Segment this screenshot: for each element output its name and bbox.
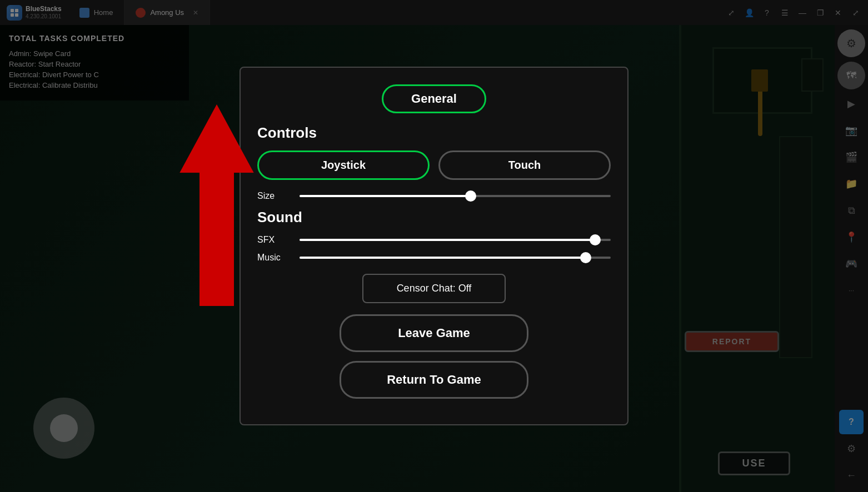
music-slider[interactable] bbox=[300, 257, 611, 259]
sfx-slider-thumb[interactable] bbox=[590, 234, 601, 245]
general-tab-btn[interactable]: General bbox=[382, 84, 486, 113]
sfx-slider-row: SFX bbox=[257, 235, 611, 245]
settings-modal: General Controls Joystick Touch Size Sou… bbox=[240, 67, 628, 425]
controls-heading: Controls bbox=[257, 124, 611, 142]
return-to-game-btn[interactable]: Return To Game bbox=[340, 361, 528, 399]
leave-game-btn[interactable]: Leave Game bbox=[340, 314, 528, 352]
music-label: Music bbox=[257, 253, 291, 263]
sfx-slider[interactable] bbox=[300, 239, 611, 241]
size-label: Size bbox=[257, 191, 291, 201]
control-buttons: Joystick Touch bbox=[257, 150, 611, 180]
size-slider-row: Size bbox=[257, 191, 611, 201]
size-slider[interactable] bbox=[300, 195, 611, 197]
music-slider-row: Music bbox=[257, 253, 611, 263]
sound-heading: Sound bbox=[257, 209, 611, 226]
music-slider-thumb[interactable] bbox=[580, 252, 591, 263]
size-slider-thumb[interactable] bbox=[465, 190, 476, 202]
sfx-label: SFX bbox=[257, 235, 291, 245]
joystick-btn[interactable]: Joystick bbox=[257, 150, 430, 180]
sfx-slider-fill bbox=[300, 239, 595, 241]
modal-overlay: General Controls Joystick Touch Size Sou… bbox=[0, 0, 868, 492]
size-slider-fill bbox=[300, 195, 471, 197]
music-slider-fill bbox=[300, 257, 586, 259]
touch-btn[interactable]: Touch bbox=[438, 150, 611, 180]
censor-chat-btn[interactable]: Censor Chat: Off bbox=[362, 274, 506, 303]
